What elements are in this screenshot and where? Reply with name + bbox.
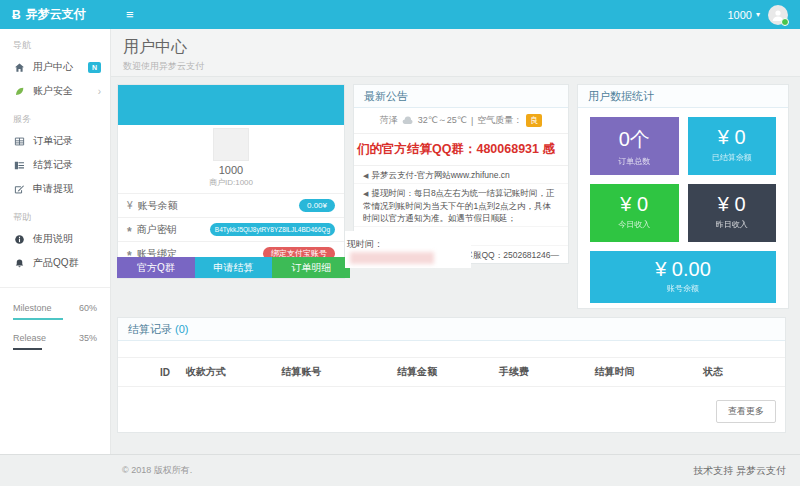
- top-row: 1000 商户ID:1000 账号余额 0.00¥ 商户密钥 B4TykkJ5Q…: [117, 84, 789, 309]
- home-icon: [14, 62, 25, 73]
- stats-title: 用户数据统计: [578, 85, 788, 108]
- profile-name: 1000: [118, 164, 344, 176]
- user-dropdown[interactable]: 1000 ▾: [728, 9, 761, 21]
- merchant-key-row: 商户密钥 B4TykkJ5QlJ8ytRY8YZ8lLJL4BD466Qg: [118, 217, 344, 241]
- records-count: (0): [175, 323, 188, 335]
- profile-avatar[interactable]: [213, 128, 249, 161]
- username: 1000: [728, 9, 752, 21]
- leaf-icon: [14, 86, 25, 97]
- sidebar-item-order-records[interactable]: 订单记录: [0, 129, 110, 153]
- sidebar-item-settlement-records[interactable]: 结算记录: [0, 153, 110, 177]
- app-root: Ƀ 异梦云支付 ≡ 1000 ▾ 导航 用户中心 N: [0, 0, 800, 486]
- tile-today-income[interactable]: ¥ 0 今日收入: [590, 184, 679, 242]
- sidebar-item-user-center[interactable]: 用户中心 N: [0, 55, 110, 79]
- progress-release: Release 35%: [13, 333, 97, 343]
- table-icon: [14, 136, 25, 147]
- tile-settled-balance[interactable]: ¥ 0 已结算余额: [688, 117, 777, 175]
- view-more-button[interactable]: 查看更多: [716, 400, 776, 423]
- sidebar-item-account-security[interactable]: 账户安全 ›: [0, 79, 110, 103]
- sidebar-section-help: 帮助: [13, 211, 110, 224]
- official-qq-group-button[interactable]: 官方Q群: [117, 257, 195, 278]
- announcement-title: 最新公告: [354, 85, 568, 108]
- profile-card: 1000 商户ID:1000 账号余额 0.00¥ 商户密钥 B4TykkJ5Q…: [117, 84, 345, 279]
- order-detail-button[interactable]: 订单明细: [272, 257, 350, 278]
- air-quality-badge: 良: [526, 114, 542, 127]
- col-id[interactable]: ID: [118, 358, 186, 387]
- hamburger-menu-icon[interactable]: ≡: [126, 8, 134, 21]
- list-icon: [14, 160, 25, 171]
- navbar-right: 1000 ▾: [728, 5, 800, 25]
- tile-total-orders[interactable]: 0个 订单总数: [590, 117, 679, 175]
- user-stats-card: 用户数据统计 0个 订单总数 ¥ 0 已结算余额 ¥ 0 今日收入: [577, 84, 789, 309]
- copyright-text: © 2018 版权所有.: [122, 464, 192, 477]
- air-quality-label: 空气质量：: [477, 114, 522, 127]
- col-settlement-time[interactable]: 结算时间: [594, 358, 703, 387]
- balance-row: 账号余额 0.00¥: [118, 193, 344, 217]
- redaction-overlay: 现时间：: [345, 231, 471, 268]
- asterisk-icon: [127, 223, 132, 237]
- announcement-item: 异梦云支付-官方网站www.zhifune.cn: [354, 166, 568, 184]
- progress-milestone: Milestone 60%: [13, 303, 97, 313]
- sidebar-section-nav: 导航: [13, 39, 110, 52]
- records-title: 结算记录 (0): [118, 318, 785, 341]
- balance-badge[interactable]: 0.00¥: [299, 199, 335, 213]
- weather-sep: |: [471, 116, 473, 126]
- settlement-records-card: 结算记录 (0) ID 收款方式 结算账号 结算金额 手续费 结算时间 状态: [117, 317, 786, 433]
- balance-label: 账号余额: [138, 199, 178, 213]
- cloud-icon: [402, 116, 414, 125]
- bell-icon: [14, 258, 25, 269]
- online-status-dot: [781, 18, 789, 26]
- profile-buttons: 官方Q群 申请结算 订单明细: [117, 257, 350, 278]
- chevron-down-icon: ▾: [756, 10, 760, 19]
- sidebar-item-product-qq-group[interactable]: 产品QQ群: [0, 251, 110, 275]
- merchant-key-badge[interactable]: B4TykkJ5QlJ8ytRY8YZ8lLJL4BD466Qg: [210, 223, 335, 237]
- footer: © 2018 版权所有. 技术支持 异梦云支付: [0, 454, 800, 486]
- overlay-text-fragment: 现时间：: [347, 238, 383, 251]
- brand[interactable]: Ƀ 异梦云支付: [0, 6, 112, 23]
- page-title: 用户中心: [123, 37, 800, 58]
- page-subtitle: 数迎使用异梦云支付: [123, 60, 800, 73]
- col-payment-method[interactable]: 收款方式: [186, 358, 281, 387]
- records-table-header: ID 收款方式 结算账号 结算金额 手续费 结算时间 状态: [118, 358, 785, 387]
- sidebar: 导航 用户中心 N 账户安全 › 服务 订单记录 结算记录 申请提现 帮助 使用…: [0, 29, 111, 455]
- yen-icon: [127, 200, 133, 211]
- col-settlement-amount[interactable]: 结算金额: [397, 358, 499, 387]
- announcement-marquee: 们的官方结算QQ群：480068931 感: [354, 133, 568, 166]
- col-fee[interactable]: 手续费: [499, 358, 594, 387]
- merchant-id: 商户ID:1000: [118, 177, 344, 188]
- redaction-smudge: [350, 252, 434, 264]
- merchant-key-label: 商户密钥: [137, 223, 177, 237]
- tile-account-balance[interactable]: ¥ 0.00 账号余额: [590, 251, 776, 303]
- apply-settlement-button[interactable]: 申请结算: [195, 257, 273, 278]
- sidebar-progress: Milestone 60% Release 35%: [0, 287, 110, 350]
- announcement-item: 提现时间：每日8点左右为统一结算记账时间，正常情况到账时间为当天下午的1点到2点…: [354, 184, 568, 227]
- progress-bar-milestone: [13, 318, 97, 320]
- new-badge: N: [88, 62, 101, 73]
- top-navbar: Ƀ 异梦云支付 ≡ 1000 ▾: [0, 0, 800, 29]
- stats-tiles: 0个 订单总数 ¥ 0 已结算余额 ¥ 0 今日收入 ¥ 0: [578, 108, 788, 242]
- info-icon: [14, 234, 25, 245]
- brand-title: 异梦云支付: [26, 6, 86, 23]
- sidebar-item-apply-withdrawal[interactable]: 申请提现: [0, 177, 110, 201]
- sidebar-item-usage-guide[interactable]: 使用说明: [0, 227, 110, 251]
- avatar[interactable]: [768, 5, 788, 25]
- sidebar-section-service: 服务: [13, 113, 110, 126]
- page-header: 用户中心 数迎使用异梦云支付: [111, 29, 800, 77]
- records-table: ID 收款方式 结算账号 结算金额 手续费 结算时间 状态: [118, 357, 785, 387]
- weather-temp: 32℃～25℃: [418, 114, 467, 127]
- tile-yesterday-income[interactable]: ¥ 0 昨日收入: [688, 184, 777, 242]
- weather-city: 菏泽: [380, 114, 398, 127]
- brand-icon: Ƀ: [12, 8, 21, 22]
- col-settlement-account[interactable]: 结算账号: [281, 358, 397, 387]
- edit-icon: [14, 184, 25, 195]
- chevron-right-icon: ›: [98, 86, 101, 97]
- tech-support-link[interactable]: 技术支持 异梦云支付: [693, 464, 786, 478]
- profile-banner: [118, 85, 344, 125]
- col-status[interactable]: 状态: [703, 358, 785, 387]
- progress-bar-release: [13, 348, 97, 350]
- weather-line: 菏泽 32℃～25℃ | 空气质量： 良: [354, 108, 568, 133]
